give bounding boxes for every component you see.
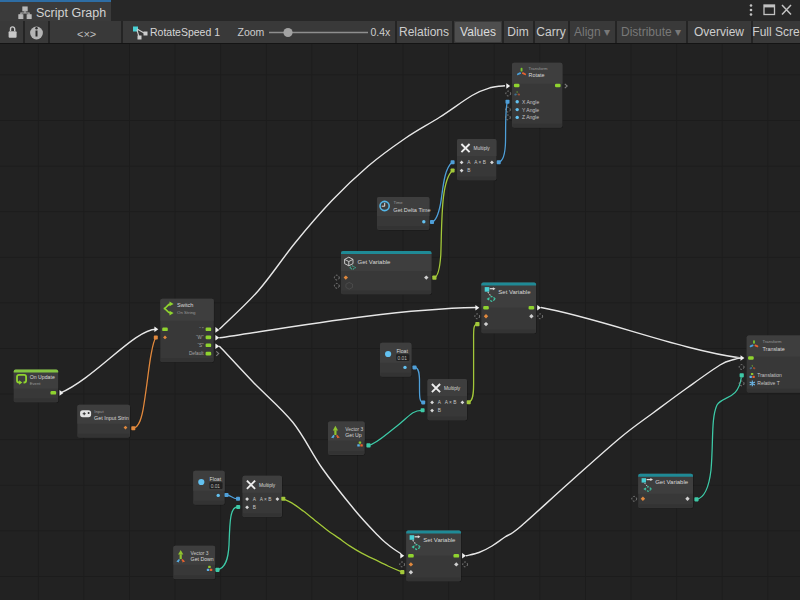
svg-text:“W”: “W” xyxy=(196,335,204,340)
svg-text:Rotate: Rotate xyxy=(529,72,545,78)
svg-text:Set Variable: Set Variable xyxy=(423,537,456,543)
svg-text:Event: Event xyxy=(30,381,42,386)
svg-text:Set Variable: Set Variable xyxy=(498,289,531,295)
svg-text:Vector 3: Vector 3 xyxy=(345,427,363,432)
svg-text:Transform: Transform xyxy=(763,339,782,344)
svg-text:Switch: Switch xyxy=(177,302,193,308)
svg-text:Multiply: Multiply xyxy=(474,146,491,151)
svg-text:Translate: Translate xyxy=(763,346,785,352)
svg-text:Default: Default xyxy=(189,351,204,356)
svg-text:<×>: <×> xyxy=(77,28,96,40)
svg-text:0.01: 0.01 xyxy=(211,484,221,489)
svg-text:On String: On String xyxy=(177,310,196,315)
svg-text:B: B xyxy=(467,168,470,173)
svg-text:On Update: On Update xyxy=(30,374,55,380)
svg-text:Get Variable: Get Variable xyxy=(655,479,689,485)
svg-text:0.01: 0.01 xyxy=(398,356,408,361)
svg-text:Relative T: Relative T xyxy=(757,380,779,386)
svg-text:Get Variable: Get Variable xyxy=(358,259,392,265)
svg-text:“S”: “S” xyxy=(197,343,204,348)
svg-text:Float: Float xyxy=(210,476,222,482)
svg-text:Multiply: Multiply xyxy=(444,386,461,391)
svg-text:Multiply: Multiply xyxy=(259,483,276,488)
svg-text:A × B: A × B xyxy=(445,400,457,405)
svg-text:Y Angle: Y Angle xyxy=(522,107,539,113)
svg-text:Vector 3: Vector 3 xyxy=(191,551,209,556)
svg-text:Input: Input xyxy=(94,409,104,414)
svg-text:Get Up: Get Up xyxy=(345,432,362,438)
svg-text:X Angle: X Angle xyxy=(522,99,539,105)
svg-text:A × B: A × B xyxy=(260,497,272,502)
svg-text:Float: Float xyxy=(396,348,408,354)
svg-text:Get Input Strin: Get Input Strin xyxy=(94,415,129,421)
svg-text:A × B: A × B xyxy=(474,160,486,165)
svg-text:“ ”: “ ” xyxy=(199,327,204,332)
svg-text:Transform: Transform xyxy=(529,66,548,71)
svg-text:Get Delta Time: Get Delta Time xyxy=(393,207,430,213)
svg-text:Translation: Translation xyxy=(757,372,782,378)
svg-text:Z Angle: Z Angle xyxy=(522,114,539,120)
svg-text:Time: Time xyxy=(394,200,404,205)
svg-text:B: B xyxy=(253,505,256,510)
svg-text:Get Down: Get Down xyxy=(191,556,214,562)
svg-text:B: B xyxy=(438,408,441,413)
